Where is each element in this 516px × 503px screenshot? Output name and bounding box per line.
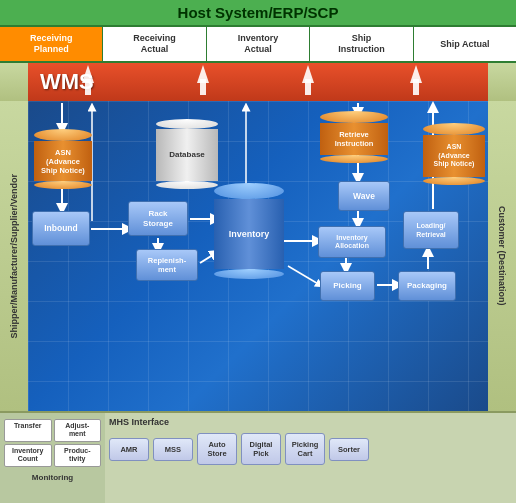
wave-label: Wave	[353, 191, 375, 201]
picking: Picking	[320, 271, 375, 301]
mhs-item-auto-store: Auto Store	[197, 433, 237, 465]
flow-receiving-actual: Receiving Actual	[103, 27, 206, 61]
rack-storage-label: Rack Storage	[143, 209, 173, 228]
mhs-items-list: AMR MSS Auto Store Digital Pick Picking …	[109, 433, 512, 465]
monitor-item-adjustment: Adjust- ment	[54, 419, 102, 442]
packaging-label: Packaging	[407, 281, 447, 291]
mhs-item-amr: AMR	[109, 438, 149, 461]
monitoring-grid: Transfer Adjust- ment Inventory Count Pr…	[4, 419, 101, 467]
flow-receiving-planned: Receiving Planned	[0, 27, 103, 61]
loading-retrieval: Loading/ Retrieval	[403, 211, 459, 249]
mhs-item-picking-cart: Picking Cart	[285, 433, 325, 465]
diagram-area: ASN (Advance Ship Notice) Database Inbou…	[28, 101, 488, 411]
svg-marker-4	[302, 65, 314, 83]
side-label-right: Customer (Destination)	[497, 206, 507, 306]
mhs-item-sorter: Sorter	[329, 438, 369, 461]
asn-left: ASN (Advance Ship Notice)	[34, 129, 92, 189]
asn-right: ASN (Advance Ship Notice)	[423, 123, 485, 185]
monitor-item-productivity: Produc- tivity	[54, 444, 102, 467]
picking-label: Picking	[333, 281, 361, 291]
packaging: Packaging	[398, 271, 456, 301]
rack-storage: Rack Storage	[128, 201, 188, 236]
retrieve-instruction-label: Retrieve Instruction	[335, 130, 374, 148]
database: Database	[156, 119, 218, 189]
svg-rect-5	[305, 79, 311, 95]
wave: Wave	[338, 181, 390, 211]
app-container: Host System/ERP/SCP Receiving Planned Re…	[0, 0, 516, 503]
svg-rect-3	[200, 79, 206, 95]
inventory-label: Inventory	[229, 229, 270, 240]
header-title-text: Host System/ERP/SCP	[178, 4, 339, 21]
wms-arrows-svg	[28, 63, 488, 101]
wms-label: WMS	[40, 69, 94, 95]
main-diagram: Shipper/Manufacturer/Supplier/Vendor	[0, 101, 516, 411]
mhs-section: Transfer Adjust- ment Inventory Count Pr…	[0, 413, 516, 503]
flow-ship-instruction: Ship Instruction	[310, 27, 413, 61]
replenishment: Replenish- ment	[136, 249, 198, 281]
inventory-allocation-label: Inventory Allocation	[335, 234, 369, 251]
side-label-right-container: Customer (Destination)	[488, 101, 516, 411]
loading-retrieval-label: Loading/ Retrieval	[416, 221, 446, 239]
mhs-interface: MHS Interface AMR MSS Auto Store Digital…	[105, 413, 516, 503]
mhs-title: MHS Interface	[109, 417, 512, 427]
monitoring-label: Monitoring	[4, 473, 101, 482]
svg-rect-7	[413, 79, 419, 95]
monitor-item-transfer: Transfer	[4, 419, 52, 442]
monitoring-panel: Transfer Adjust- ment Inventory Count Pr…	[0, 413, 105, 503]
asn-left-label: ASN (Advance Ship Notice)	[41, 148, 85, 175]
asn-right-label: ASN (Advance Ship Notice)	[434, 143, 475, 168]
inbound: Inbound	[32, 211, 90, 246]
side-label-left-container: Shipper/Manufacturer/Supplier/Vendor	[0, 101, 28, 411]
header-title: Host System/ERP/SCP	[0, 0, 516, 27]
inventory-allocation: Inventory Allocation	[318, 226, 386, 258]
side-label-left: Shipper/Manufacturer/Supplier/Vendor	[9, 174, 19, 339]
mhs-item-mss: MSS	[153, 438, 193, 461]
svg-marker-2	[197, 65, 209, 83]
monitor-item-inventory-count: Inventory Count	[4, 444, 52, 467]
flow-ship-actual: Ship Actual	[414, 27, 516, 61]
svg-marker-6	[410, 65, 422, 83]
svg-line-21	[288, 266, 320, 285]
mhs-item-digital-pick: Digital Pick	[241, 433, 281, 465]
retrieve-instruction: Retrieve Instruction	[320, 111, 388, 163]
flow-inventory-actual: Inventory Actual	[207, 27, 310, 61]
replenishment-label: Replenish- ment	[148, 256, 186, 274]
inbound-label: Inbound	[44, 223, 78, 233]
database-label: Database	[169, 150, 205, 160]
inventory: Inventory	[214, 183, 284, 279]
data-flow-row: Receiving Planned Receiving Actual Inven…	[0, 27, 516, 63]
